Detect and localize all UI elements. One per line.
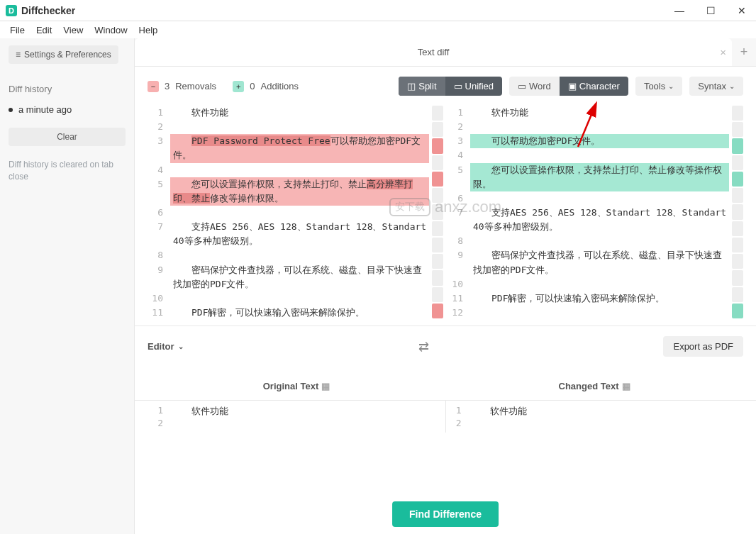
char-icon: ▣ xyxy=(568,81,577,91)
tab-add-button[interactable]: + xyxy=(732,45,756,60)
app-title: Diffchecker xyxy=(21,5,75,16)
bullet-icon xyxy=(9,108,13,112)
menu-help[interactable]: Help xyxy=(133,25,164,35)
app-logo-icon: D xyxy=(6,5,17,16)
removals-label: Removals xyxy=(175,81,216,91)
changed-text-input[interactable]: 1 软件功能2 xyxy=(446,401,744,433)
clear-history-button[interactable]: Clear xyxy=(9,128,126,146)
original-text-input[interactable]: 1 软件功能2 xyxy=(148,401,446,433)
editor-headers: Original Text▦ Changed Text▦ xyxy=(135,367,756,396)
additions-label: Additions xyxy=(261,81,299,91)
word-button[interactable]: ▭Word xyxy=(509,77,560,96)
menu-edit[interactable]: Edit xyxy=(30,25,57,35)
tools-dropdown[interactable]: Tools⌄ xyxy=(635,77,682,96)
diff-area: 1 软件功能23 PDF Password Protect Free可以帮助您加… xyxy=(135,106,756,326)
chevron-down-icon: ⌄ xyxy=(668,82,674,90)
left-diff-pane[interactable]: 1 软件功能23 PDF Password Protect Free可以帮助您加… xyxy=(148,106,429,318)
unified-icon: ▭ xyxy=(454,81,462,91)
split-icon: ◫ xyxy=(407,81,416,91)
sliders-icon: ≡ xyxy=(16,50,21,60)
menu-file[interactable]: File xyxy=(4,25,30,35)
changed-text-header: Changed Text▦ xyxy=(445,381,743,391)
editor-bar: Editor⌄ ⇄ Export as PDF xyxy=(135,326,756,367)
menubar: File Edit View Window Help xyxy=(0,21,756,38)
sidebar: ≡ Settings & Preferences Diff history a … xyxy=(0,38,135,534)
toolbar: − 3 Removals + 0 Additions ◫Split ▭Unifi… xyxy=(135,67,756,106)
chevron-down-icon: ⌄ xyxy=(178,343,184,350)
settings-label: Settings & Preferences xyxy=(24,50,111,60)
removals-badge: − xyxy=(148,81,159,92)
menu-window[interactable]: Window xyxy=(89,25,133,35)
tab-label: Text diff xyxy=(418,47,450,57)
maximize-button[interactable]: ☐ xyxy=(702,5,719,16)
right-diff-pane[interactable]: 1 软件功能23 可以帮助您加密PDF文件。45 您可以设置操作权限，支持禁止打… xyxy=(448,106,729,318)
window-controls: — ☐ ✕ xyxy=(671,5,750,16)
history-note: Diff history is cleared on tab close xyxy=(9,159,126,183)
tab-close-icon[interactable]: × xyxy=(720,46,726,58)
unified-view-button[interactable]: ▭Unified xyxy=(445,77,502,96)
removals-count: 3 xyxy=(165,81,169,91)
editor-dropdown[interactable]: Editor⌄ xyxy=(148,341,184,352)
tab-text-diff[interactable]: Text diff × xyxy=(135,38,732,66)
character-button[interactable]: ▣Character xyxy=(560,77,628,96)
right-minimap[interactable] xyxy=(732,106,743,318)
settings-button[interactable]: ≡ Settings & Preferences xyxy=(9,45,118,64)
plus-icon: ▦ xyxy=(622,381,630,391)
left-minimap[interactable] xyxy=(432,106,443,318)
additions-count: 0 xyxy=(250,81,255,91)
syntax-dropdown[interactable]: Syntax⌄ xyxy=(689,77,743,96)
additions-badge: + xyxy=(233,81,244,92)
view-mode-toggle: ◫Split ▭Unified xyxy=(399,77,502,96)
split-view-button[interactable]: ◫Split xyxy=(399,77,445,96)
swap-icon[interactable]: ⇄ xyxy=(184,339,664,355)
chevron-down-icon: ⌄ xyxy=(729,82,735,90)
original-text-header: Original Text▦ xyxy=(148,381,445,391)
history-item-label: a minute ago xyxy=(18,104,72,115)
word-icon: ▭ xyxy=(518,81,526,91)
change-counts: − 3 Removals + 0 Additions xyxy=(148,81,299,92)
export-pdf-button[interactable]: Export as PDF xyxy=(663,336,743,357)
content: ≡ Settings & Preferences Diff history a … xyxy=(0,38,756,534)
tab-bar: Text diff × + xyxy=(135,38,756,67)
minimize-button[interactable]: — xyxy=(671,5,688,16)
plus-icon: ▦ xyxy=(321,381,330,391)
find-difference-button[interactable]: Find Difference xyxy=(392,501,499,527)
main: Text diff × + − 3 Removals + 0 Additions… xyxy=(135,38,756,534)
close-button[interactable]: ✕ xyxy=(733,5,750,16)
diff-history-heading: Diff history xyxy=(9,84,126,94)
granularity-toggle: ▭Word ▣Character xyxy=(509,77,628,96)
titlebar: D Diffchecker — ☐ ✕ xyxy=(0,0,756,21)
editor-panes: 1 软件功能2 1 软件功能2 xyxy=(135,400,756,433)
history-item[interactable]: a minute ago xyxy=(9,104,126,115)
menu-view[interactable]: View xyxy=(57,25,89,35)
